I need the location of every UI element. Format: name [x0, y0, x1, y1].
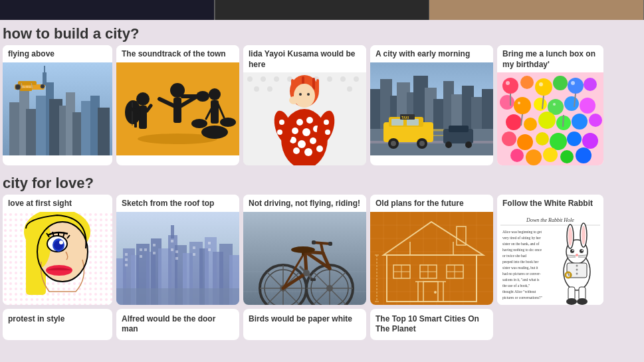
section-1-header: how to build a city? [0, 20, 644, 45]
svg-rect-200 [125, 264, 128, 266]
cards-row-1: flying above [0, 45, 644, 169]
svg-rect-108 [407, 119, 419, 126]
svg-point-160 [553, 103, 556, 106]
svg-point-138 [572, 114, 588, 130]
card-soundtrack[interactable]: The soundtrack of the town [116, 45, 239, 165]
biplane-svg: G-6011 [3, 62, 112, 155]
svg-point-280 [434, 291, 437, 294]
svg-rect-211 [193, 253, 195, 256]
svg-point-307 [576, 264, 578, 266]
svg-point-133 [580, 98, 595, 114]
svg-point-74 [302, 128, 310, 136]
svg-rect-245 [302, 250, 304, 255]
svg-rect-64 [312, 78, 315, 90]
svg-text:thought Alice "without: thought Alice "without [502, 290, 536, 294]
svg-text:Alice was beginning to get: Alice was beginning to get [502, 230, 542, 234]
svg-point-80 [293, 147, 300, 154]
card-soundtrack-image [116, 62, 239, 155]
svg-point-124 [535, 78, 552, 96]
blueprint-svg [370, 212, 493, 305]
svg-rect-198 [125, 253, 128, 256]
card-rooftop-image [116, 212, 239, 305]
card-rooftop[interactable]: Sketch from the roof top [116, 195, 239, 305]
alice-svg: Down the Rabbit Hole [497, 212, 603, 305]
card-lunch[interactable]: Bring me a lunch box on my birthday' [497, 45, 603, 165]
svg-point-316 [566, 298, 577, 305]
bottom-card-smart-inner: The Top 10 Smart Cities On The Planet [370, 309, 493, 340]
bottom-card-birds[interactable]: Birds would be paper white [243, 309, 366, 340]
svg-point-158 [571, 81, 575, 85]
card-flying-above[interactable]: flying above [3, 45, 112, 165]
card-rooftop-title: Sketch from the roof top [116, 195, 239, 212]
svg-point-72 [306, 117, 313, 124]
section-2-header: city for love? [0, 169, 644, 195]
svg-point-130 [534, 98, 547, 111]
card-kusama-image [243, 72, 366, 165]
svg-rect-212 [208, 242, 211, 244]
svg-rect-202 [140, 255, 142, 258]
cards-row-2: love at first sight [0, 195, 644, 309]
svg-rect-32 [173, 98, 181, 123]
svg-point-77 [298, 140, 306, 148]
svg-rect-204 [153, 244, 156, 246]
svg-rect-206 [171, 240, 173, 242]
svg-text:having nothing to do: once: having nothing to do: once [502, 248, 542, 252]
svg-rect-17 [20, 88, 32, 91]
svg-point-134 [506, 114, 522, 130]
jazz-svg [116, 62, 239, 155]
svg-line-155 [563, 115, 564, 127]
card-bike-image [243, 212, 366, 305]
card-love-sight[interactable]: love at first sight [3, 195, 112, 305]
svg-point-85 [279, 120, 284, 125]
svg-text:sister on the bank, and of: sister on the bank, and of [502, 242, 539, 246]
svg-point-157 [539, 82, 543, 86]
bottom-card-smart[interactable]: The Top 10 Smart Cities On The Planet [370, 309, 493, 340]
card-morning-title: A city with early morning [370, 45, 493, 62]
svg-rect-203 [144, 248, 147, 251]
svg-text:TAXI: TAXI [401, 116, 409, 120]
svg-point-172 [59, 240, 63, 244]
bike-svg [243, 212, 366, 305]
svg-rect-12 [98, 108, 110, 155]
svg-point-136 [538, 112, 556, 129]
svg-point-129 [514, 97, 531, 114]
svg-point-144 [567, 132, 582, 146]
card-morning[interactable]: A city with early morning [370, 45, 493, 165]
bottom-card-style[interactable]: protest in style [3, 309, 112, 340]
comic-svg [3, 212, 112, 305]
bottom-card-alfred[interactable]: Alfred would be the door man [116, 309, 239, 340]
svg-point-159 [518, 102, 520, 104]
svg-point-135 [524, 118, 537, 131]
svg-point-146 [510, 149, 524, 162]
card-bike[interactable]: Not driving, not flying, riding! [243, 195, 366, 305]
kusama-svg [243, 72, 366, 165]
svg-rect-60 [291, 79, 294, 92]
svg-rect-107 [391, 119, 403, 126]
card-rabbit[interactable]: Follow the White Rabbit Down the Rabbit … [497, 195, 603, 305]
svg-point-86 [277, 130, 282, 135]
card-love-sight-title: love at first sight [3, 195, 112, 212]
top-strip-img-1 [0, 0, 215, 20]
card-rabbit-title: Follow the White Rabbit [497, 195, 603, 212]
svg-point-148 [543, 147, 558, 162]
card-rabbit-image: Down the Rabbit Hole [497, 212, 603, 305]
svg-point-56 [254, 86, 259, 92]
bottom-card-birds-title: Birds would be paper white [249, 314, 361, 325]
bottom-card-birds-inner: Birds would be paper white [243, 309, 366, 332]
svg-point-149 [560, 150, 574, 163]
svg-text:G-6011: G-6011 [23, 85, 32, 88]
card-kusama[interactable]: Iida Yayoi Kusama would be here [243, 45, 366, 165]
svg-text:or twice she had: or twice she had [502, 254, 526, 258]
svg-point-19 [15, 84, 21, 90]
svg-text:peeped into the book her: peeped into the book her [502, 260, 539, 264]
svg-text:sister was reading, but it: sister was reading, but it [502, 266, 538, 270]
svg-point-55 [354, 76, 359, 82]
svg-point-150 [576, 147, 591, 163]
svg-point-73 [292, 128, 298, 134]
bottom-card-alfred-inner: Alfred would be the door man [116, 309, 239, 340]
svg-point-122 [502, 78, 518, 94]
card-plans[interactable]: Old plans for the future [370, 195, 493, 305]
svg-rect-209 [175, 257, 178, 260]
svg-point-123 [520, 76, 534, 89]
svg-point-57 [267, 86, 272, 92]
